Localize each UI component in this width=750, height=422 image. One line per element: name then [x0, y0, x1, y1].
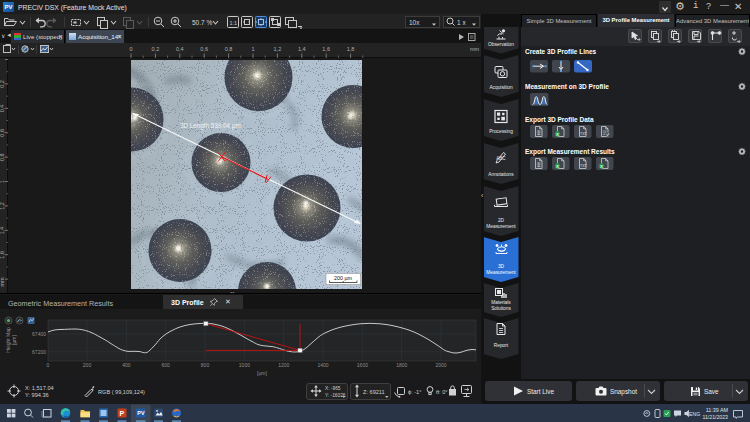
svg-text:X: X: [600, 164, 603, 169]
svg-text:600: 600: [162, 362, 171, 368]
svg-text:11/21/2023: 11/21/2023: [702, 414, 728, 420]
svg-text:67200: 67200: [32, 349, 46, 355]
svg-text:1800: 1800: [396, 362, 407, 368]
svg-text:RGB ( 99,109,124): RGB ( 99,109,124): [98, 389, 145, 395]
svg-text:10x: 10x: [409, 19, 420, 26]
svg-text:TXT: TXT: [580, 164, 588, 168]
svg-text:TXT: TXT: [580, 132, 588, 136]
svg-text:θ: 0°: θ: 0°: [436, 389, 448, 395]
svg-text:X: X: [556, 164, 559, 169]
svg-text:1000: 1000: [239, 362, 250, 368]
svg-text:1,6: 1,6: [0, 251, 5, 259]
svg-text:50.7 %: 50.7 %: [192, 19, 212, 26]
svg-text:67400: 67400: [32, 331, 46, 337]
svg-text:1:1: 1:1: [230, 20, 238, 26]
svg-text:Y: 994.36: Y: 994.36: [25, 392, 49, 398]
svg-text:0,8: 0,8: [0, 153, 5, 161]
svg-text:1600: 1600: [357, 362, 368, 368]
svg-text:ϕ: -1°: ϕ: -1°: [408, 389, 421, 395]
svg-text:200: 200: [83, 362, 92, 368]
svg-text:Z: 69211: Z: 69211: [363, 389, 385, 395]
svg-text:2000: 2000: [435, 362, 446, 368]
svg-text:0: 0: [47, 362, 50, 368]
svg-text:1 x: 1 x: [457, 19, 466, 26]
svg-text:1: 1: [0, 180, 5, 183]
svg-text:P: P: [120, 410, 125, 417]
svg-text:1200: 1200: [278, 362, 289, 368]
svg-text:200 µm: 200 µm: [334, 274, 352, 280]
svg-text:X: -965: X: -965: [325, 386, 341, 391]
svg-text:X: X: [556, 132, 559, 137]
svg-text:0,4: 0,4: [0, 105, 5, 113]
svg-text:ENG: ENG: [689, 411, 700, 417]
svg-text:1,2: 1,2: [0, 202, 5, 210]
svg-text:0,6: 0,6: [0, 129, 5, 137]
svg-text:mm: mm: [0, 277, 5, 287]
svg-text:[µm]: [µm]: [11, 334, 17, 344]
svg-text:ABC: ABC: [496, 156, 506, 161]
svg-text:1,4: 1,4: [0, 227, 5, 235]
svg-text:1400: 1400: [317, 362, 328, 368]
svg-text:800: 800: [201, 362, 210, 368]
svg-text:0,2: 0,2: [0, 80, 5, 88]
svg-text:3D Length 539.04 µm: 3D Length 539.04 µm: [180, 122, 241, 130]
svg-text:[µm]: [µm]: [257, 370, 267, 376]
svg-text:400: 400: [122, 362, 131, 368]
svg-text:PV: PV: [137, 410, 145, 416]
svg-text:X: 1,517.04: X: 1,517.04: [25, 385, 54, 391]
svg-text:11:39 AM: 11:39 AM: [706, 407, 729, 413]
